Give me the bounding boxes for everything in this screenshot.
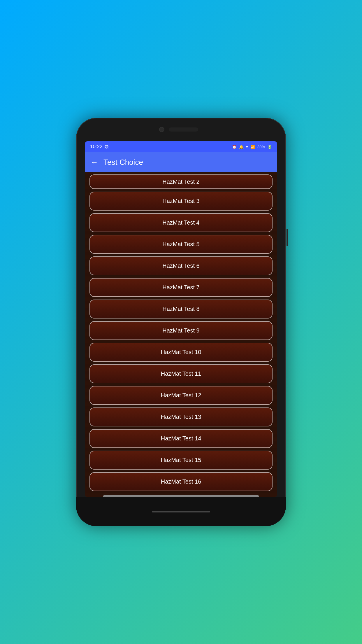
app-bar: ← Test Choice [85, 152, 277, 172]
status-icons: ⏰ 🔔 ▾ 📶 39% 🔋 [232, 145, 272, 149]
test-button-10[interactable]: HazMat Test 10 [89, 343, 273, 362]
test-button-6[interactable]: HazMat Test 6 [89, 256, 273, 275]
status-time: 10:22 🖼 [90, 144, 108, 150]
battery-icon: 🔋 [267, 145, 272, 149]
notification-icon: 🔔 [239, 145, 244, 149]
gallery-icon: 🖼 [104, 144, 108, 149]
alarm-icon: ⏰ [232, 145, 237, 149]
test-button-14[interactable]: HazMat Test 14 [89, 429, 273, 448]
scroll-indicator [103, 495, 259, 497]
speaker-slot [169, 127, 198, 132]
test-button-11[interactable]: HazMat Test 11 [89, 364, 273, 383]
test-button-8[interactable]: HazMat Test 8 [89, 300, 273, 318]
battery-text: 39% [257, 145, 265, 149]
phone-screen: 10:22 🖼 ⏰ 🔔 ▾ 📶 39% 🔋 ← Test Choice HazM… [85, 141, 277, 497]
content-area: HazMat Test 2HazMat Test 3HazMat Test 4H… [85, 172, 277, 497]
app-bar-title: Test Choice [103, 158, 143, 167]
test-button-4[interactable]: HazMat Test 4 [89, 213, 273, 232]
phone-bottom [76, 497, 286, 526]
test-button-3[interactable]: HazMat Test 3 [89, 192, 273, 211]
home-indicator [152, 511, 210, 512]
signal-icon: 📶 [250, 145, 255, 149]
side-button [287, 229, 288, 246]
test-button-16[interactable]: HazMat Test 16 [89, 472, 273, 491]
test-button-9[interactable]: HazMat Test 9 [89, 321, 273, 340]
test-button-15[interactable]: HazMat Test 15 [89, 451, 273, 470]
test-button-12[interactable]: HazMat Test 12 [89, 386, 273, 405]
camera-icon [159, 127, 164, 132]
test-button-13[interactable]: HazMat Test 13 [89, 407, 273, 426]
test-button-5[interactable]: HazMat Test 5 [89, 235, 273, 254]
wifi-icon: ▾ [246, 145, 248, 149]
phone-top-notch [76, 118, 286, 141]
back-button[interactable]: ← [91, 158, 98, 167]
test-button-7[interactable]: HazMat Test 7 [89, 278, 273, 297]
status-bar: 10:22 🖼 ⏰ 🔔 ▾ 📶 39% 🔋 [85, 141, 277, 152]
phone-frame: 10:22 🖼 ⏰ 🔔 ▾ 📶 39% 🔋 ← Test Choice HazM… [76, 118, 286, 526]
time-text: 10:22 [90, 144, 103, 150]
test-button-2[interactable]: HazMat Test 2 [89, 174, 273, 189]
